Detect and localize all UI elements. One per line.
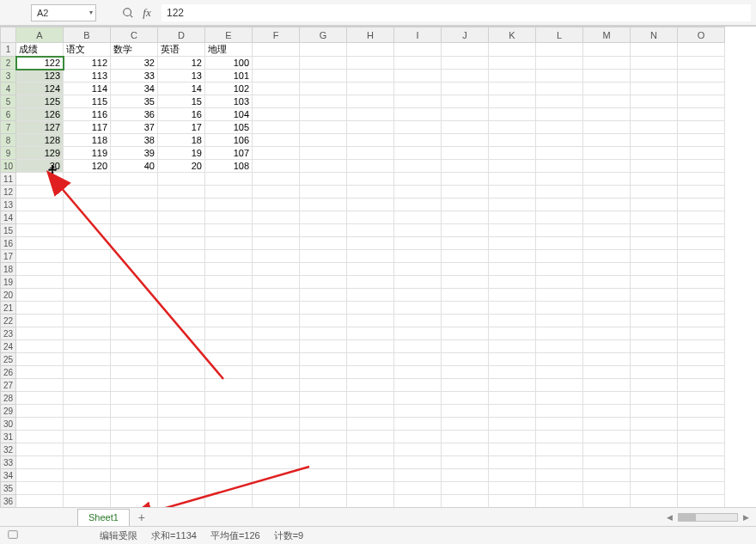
cell[interactable] [16,418,64,431]
cell[interactable] [253,392,300,405]
cell[interactable] [489,340,536,353]
cell[interactable] [394,315,442,327]
cell[interactable] [442,340,489,353]
cell[interactable] [300,405,347,418]
cell[interactable] [16,263,64,276]
cell[interactable] [583,95,631,108]
cell[interactable] [678,366,725,379]
cell[interactable] [631,134,678,147]
cell[interactable] [111,418,158,431]
cell[interactable] [394,160,442,173]
cell[interactable] [394,121,442,134]
cell[interactable] [111,186,158,199]
row-header[interactable]: 23 [1,327,16,340]
cell[interactable] [111,340,158,353]
cell[interactable] [583,211,631,224]
cell[interactable] [300,83,347,95]
row-header[interactable]: 19 [1,276,16,289]
cell[interactable] [536,353,583,366]
cell[interactable] [394,289,442,302]
cell[interactable] [442,456,489,469]
cell[interactable] [678,147,725,160]
row-header[interactable]: 10 [1,160,16,173]
cell[interactable] [583,263,631,276]
cell[interactable] [536,456,583,469]
scroll-left-icon[interactable]: ◀ [667,513,673,522]
cell[interactable] [536,147,583,160]
cell[interactable] [536,405,583,418]
row-header[interactable]: 11 [1,173,16,186]
cell[interactable] [631,70,678,83]
cell[interactable] [16,443,64,456]
cell[interactable] [442,443,489,456]
cell[interactable] [253,353,300,366]
cell[interactable] [16,237,64,250]
cell[interactable] [347,70,394,83]
cell[interactable] [205,482,253,495]
cell[interactable] [536,302,583,315]
column-header-l[interactable]: L [536,28,583,43]
cell[interactable] [394,366,442,379]
cell[interactable] [583,57,631,70]
cell[interactable] [64,289,111,302]
cell[interactable] [347,456,394,469]
cell[interactable]: 126 [16,108,64,121]
cell[interactable] [300,495,347,508]
cell[interactable] [64,418,111,431]
cell[interactable] [583,250,631,263]
cell[interactable] [300,173,347,186]
cell[interactable] [536,263,583,276]
cell[interactable]: 118 [64,134,111,147]
cell[interactable] [394,482,442,495]
row-header[interactable]: 3 [1,70,16,83]
cell[interactable] [158,431,205,443]
cell[interactable] [536,95,583,108]
row-header[interactable]: 15 [1,224,16,237]
cell[interactable] [394,147,442,160]
cell[interactable] [678,108,725,121]
cell[interactable] [394,379,442,392]
cell[interactable] [489,134,536,147]
cell[interactable] [489,392,536,405]
cell[interactable] [158,302,205,315]
cell[interactable] [442,392,489,405]
cell[interactable]: 100 [205,57,253,70]
cell[interactable] [205,211,253,224]
cell[interactable] [64,469,111,482]
cell[interactable]: 102 [205,83,253,95]
cell[interactable] [536,211,583,224]
cell[interactable] [300,379,347,392]
cell[interactable] [111,199,158,211]
cell[interactable] [394,495,442,508]
cell[interactable] [678,456,725,469]
cell[interactable] [583,289,631,302]
cell[interactable] [442,302,489,315]
cell[interactable] [158,392,205,405]
cell[interactable] [489,224,536,237]
cell[interactable] [347,495,394,508]
cell[interactable] [631,43,678,57]
cell[interactable] [111,443,158,456]
cell[interactable] [300,431,347,443]
cell[interactable] [253,302,300,315]
cell[interactable] [442,57,489,70]
cell[interactable] [16,379,64,392]
cell[interactable] [583,224,631,237]
cell[interactable] [300,469,347,482]
cell[interactable] [158,340,205,353]
cell[interactable] [347,199,394,211]
cell[interactable]: 40 [111,160,158,173]
cell[interactable] [489,405,536,418]
cell[interactable] [583,482,631,495]
cell[interactable] [347,121,394,134]
cell[interactable] [583,469,631,482]
cell[interactable] [631,456,678,469]
cell[interactable]: 113 [64,70,111,83]
cell[interactable] [253,366,300,379]
cell[interactable] [489,108,536,121]
cell[interactable] [631,327,678,340]
column-header-j[interactable]: J [442,28,489,43]
cell[interactable]: 117 [64,121,111,134]
cell[interactable]: 38 [111,134,158,147]
cell[interactable] [16,186,64,199]
